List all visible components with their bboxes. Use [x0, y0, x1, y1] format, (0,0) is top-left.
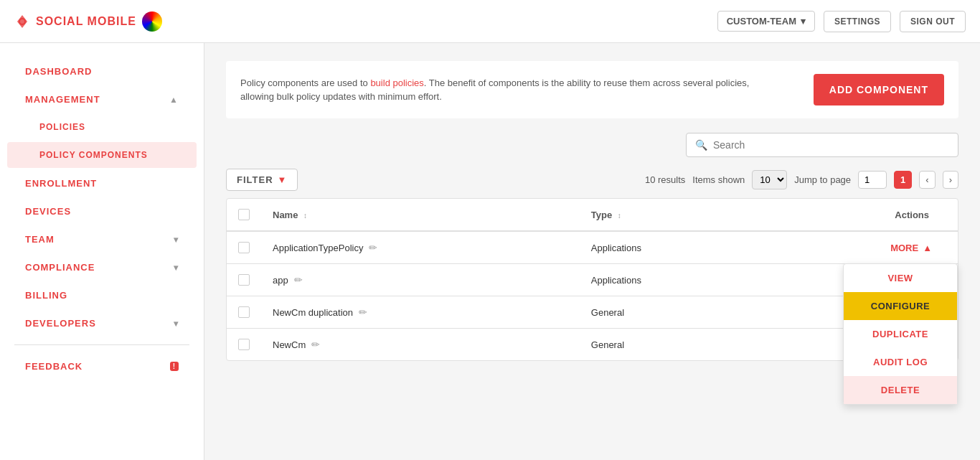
row4-edit-icon[interactable]: ✏	[311, 339, 320, 350]
logo: SOCIAL MOBILE	[14, 11, 162, 32]
logo-version-icon	[142, 11, 162, 32]
row3-edit-icon[interactable]: ✏	[359, 306, 367, 318]
row4-name-cell: NewCm ✏	[261, 329, 580, 361]
results-count: 10 results	[645, 174, 685, 185]
row3-checkbox[interactable]	[238, 306, 250, 318]
chevron-down-icon: ▾	[174, 235, 179, 245]
row1-name: ApplicationTypePolicy	[273, 243, 363, 253]
table-toolbar: FILTER ▼ 10 results Items shown 10 25 50…	[226, 169, 958, 191]
search-bar: 🔍	[226, 133, 958, 157]
more-label: MORE	[890, 243, 918, 253]
row4-checkbox[interactable]	[238, 339, 250, 350]
team-label: CUSTOM-TEAM	[727, 16, 796, 27]
filter-label: FILTER	[237, 174, 273, 185]
policy-components-table: Name ↕ Type ↕ Actions	[227, 199, 958, 360]
row4-name: NewCm	[273, 339, 306, 350]
dropdown-delete[interactable]: DELETE	[844, 376, 957, 404]
chevron-down-icon: ▾	[174, 263, 179, 273]
logo-icon	[14, 14, 30, 29]
dropdown-configure[interactable]: CONFIGURE	[844, 292, 957, 320]
actions-header-label: Actions	[895, 210, 929, 220]
dropdown-audit-log[interactable]: AUDIT LOG	[844, 348, 957, 376]
chevron-up-icon: ▲	[169, 95, 179, 105]
row3-name-cell: NewCm duplication ✏	[261, 296, 580, 329]
sidebar-item-policy-components[interactable]: POLICY COMPONENTS	[7, 142, 197, 168]
chevron-down-icon: ▾	[801, 16, 806, 27]
main-content: Policy components are used to build poli…	[204, 43, 980, 460]
header-name[interactable]: Name ↕	[261, 199, 580, 231]
sidebar-item-policies[interactable]: POLICIES	[0, 113, 204, 141]
sidebar-item-feedback[interactable]: FEEDBACK !	[0, 352, 204, 380]
signout-button[interactable]: SIGN OUT	[900, 11, 966, 32]
type-sort-icon: ↕	[618, 212, 621, 220]
table-wrap: Name ↕ Type ↕ Actions	[226, 198, 958, 361]
current-page: 1	[894, 171, 912, 189]
items-shown-select[interactable]: 10 25 50	[752, 170, 787, 189]
row2-type: Applications	[580, 264, 762, 296]
sidebar-item-devices[interactable]: DEVICES	[0, 197, 204, 225]
layout: DASHBOARD MANAGEMENT ▲ POLICIES POLICY C…	[0, 43, 980, 460]
name-sort-icon: ↕	[303, 212, 307, 220]
feedback-badge: !	[170, 362, 179, 371]
build-policies-link[interactable]: build policies	[370, 78, 423, 88]
items-shown-label: Items shown	[692, 174, 745, 185]
row1-checkbox[interactable]	[238, 242, 250, 253]
search-icon: 🔍	[695, 139, 707, 151]
jump-to-page-input[interactable]	[858, 171, 887, 189]
row2-checkbox-cell	[227, 264, 261, 296]
sidebar-item-billing[interactable]: BILLING	[0, 281, 204, 309]
row4-type: General	[580, 329, 762, 361]
table-row: ApplicationTypePolicy ✏ Applications MOR…	[227, 231, 958, 264]
row1-dropdown-menu: VIEW CONFIGURE DUPLICATE AUDIT LOG DELET…	[843, 263, 958, 405]
chevron-down-icon: ▾	[174, 319, 179, 329]
settings-button[interactable]: SETTINGS	[824, 11, 891, 32]
description-bar: Policy components are used to build poli…	[226, 61, 958, 118]
sidebar-item-team[interactable]: TEAM ▾	[0, 225, 204, 253]
row1-checkbox-cell	[227, 231, 261, 264]
row2-name: app	[273, 275, 288, 286]
logo-text: SOCIAL MOBILE	[36, 15, 136, 28]
sidebar-divider	[14, 344, 189, 345]
table-header-row: Name ↕ Type ↕ Actions	[227, 199, 958, 231]
dropdown-duplicate[interactable]: DUPLICATE	[844, 320, 957, 348]
name-header-label: Name	[273, 210, 298, 220]
filter-icon: ▼	[278, 174, 288, 185]
header-type[interactable]: Type ↕	[580, 199, 762, 231]
jump-to-page-label: Jump to page	[794, 174, 851, 185]
description-text: Policy components are used to build poli…	[240, 76, 778, 104]
row2-edit-icon[interactable]: ✏	[294, 274, 303, 286]
pagination-info: 10 results Items shown 10 25 50 Jump to …	[645, 170, 958, 189]
row2-name-cell: app ✏	[261, 264, 580, 296]
add-component-button[interactable]: ADD COMPONENT	[814, 74, 944, 105]
prev-page-button[interactable]: ‹	[919, 171, 935, 189]
next-page-button[interactable]: ›	[943, 171, 958, 189]
topnav-right: CUSTOM-TEAM ▾ SETTINGS SIGN OUT	[717, 11, 966, 32]
chevron-up-icon: ▲	[923, 243, 932, 253]
row1-actions-cell: MORE ▲ VIEW CONFIGURE DUPLICATE AUDIT LO…	[762, 231, 958, 264]
header-actions: Actions	[762, 199, 958, 231]
sidebar-item-developers[interactable]: DEVELOPERS ▾	[0, 309, 204, 337]
row1-type: Applications	[580, 231, 762, 264]
topnav: SOCIAL MOBILE CUSTOM-TEAM ▾ SETTINGS SIG…	[0, 0, 980, 43]
row3-checkbox-cell	[227, 296, 261, 329]
search-input-wrap: 🔍	[686, 133, 958, 157]
row3-name: NewCm duplication	[273, 307, 353, 318]
sidebar-item-management[interactable]: MANAGEMENT ▲	[0, 85, 204, 113]
row1-name-cell: ApplicationTypePolicy ✏	[261, 231, 580, 264]
row1-edit-icon[interactable]: ✏	[369, 242, 377, 253]
sidebar-item-dashboard[interactable]: DASHBOARD	[0, 57, 204, 85]
row2-checkbox[interactable]	[238, 274, 250, 286]
row4-checkbox-cell	[227, 329, 261, 361]
sidebar-item-compliance[interactable]: COMPLIANCE ▾	[0, 253, 204, 281]
sidebar: DASHBOARD MANAGEMENT ▲ POLICIES POLICY C…	[0, 43, 204, 460]
select-all-checkbox[interactable]	[238, 209, 250, 220]
row3-type: General	[580, 296, 762, 329]
filter-button[interactable]: FILTER ▼	[226, 169, 298, 191]
row1-more-button[interactable]: MORE ▲	[890, 243, 932, 253]
dropdown-view[interactable]: VIEW	[844, 264, 957, 292]
sidebar-item-enrollment[interactable]: ENROLLMENT	[0, 169, 204, 197]
search-input[interactable]	[713, 139, 949, 151]
type-header-label: Type	[591, 210, 612, 220]
team-selector[interactable]: CUSTOM-TEAM ▾	[717, 11, 815, 32]
header-checkbox-cell	[227, 199, 261, 231]
